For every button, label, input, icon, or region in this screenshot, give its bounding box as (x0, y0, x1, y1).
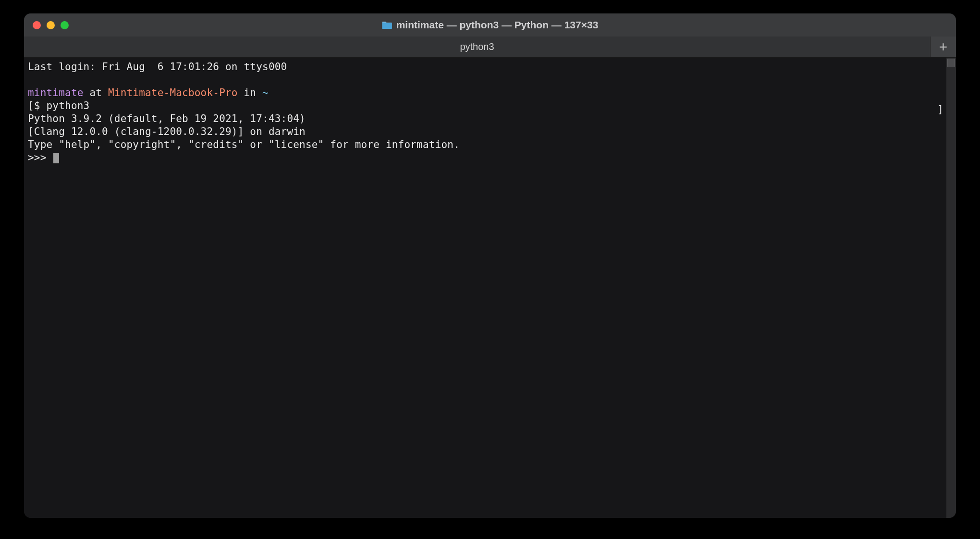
traffic-lights (24, 21, 69, 29)
minimize-button[interactable] (47, 21, 55, 29)
prompt-in: in (238, 87, 262, 98)
terminal-body[interactable]: Last login: Fri Aug 6 17:01:26 on ttys00… (24, 58, 956, 518)
cursor-icon (53, 153, 59, 163)
scrollbar-track[interactable] (946, 58, 956, 518)
close-button[interactable] (33, 21, 41, 29)
prompt-command: python3 (47, 100, 90, 111)
terminal-content[interactable]: Last login: Fri Aug 6 17:01:26 on ttys00… (24, 58, 956, 167)
last-login-line: Last login: Fri Aug 6 17:01:26 on ttys00… (28, 61, 287, 73)
plus-icon: + (939, 39, 947, 55)
prompt-path: ~ (262, 87, 269, 98)
python-version-line: Python 3.9.2 (default, Feb 19 2021, 17:4… (28, 113, 312, 124)
tab-python3[interactable]: python3 (24, 37, 930, 57)
maximize-button[interactable] (61, 21, 69, 29)
tab-label: python3 (460, 41, 494, 52)
tabbar: python3 + (24, 37, 956, 58)
prompt-host: Mintimate-Macbook-Pro (108, 87, 238, 98)
prompt-bracket-open: [ (28, 100, 34, 111)
python-compiler-line: [Clang 12.0.0 (clang-1200.0.32.29)] on d… (28, 126, 306, 137)
python-help-line: Type "help", "copyright", "credits" or "… (28, 139, 460, 150)
scrollbar-thumb[interactable] (947, 59, 955, 67)
repl-prompt: >>> (28, 152, 52, 163)
prompt-symbol: $ (34, 100, 47, 111)
prompt-at: at (84, 87, 108, 98)
terminal-window: mintimate — python3 — Python — 137×33 py… (24, 13, 956, 518)
new-tab-button[interactable]: + (930, 37, 956, 57)
prompt-user: mintimate (28, 87, 84, 98)
prompt-bracket-close: ] (937, 104, 943, 115)
svg-rect-0 (382, 23, 392, 29)
folder-icon (382, 21, 392, 29)
window-title: mintimate — python3 — Python — 137×33 (396, 19, 599, 31)
window-title-group: mintimate — python3 — Python — 137×33 (382, 19, 599, 31)
titlebar: mintimate — python3 — Python — 137×33 (24, 13, 956, 37)
